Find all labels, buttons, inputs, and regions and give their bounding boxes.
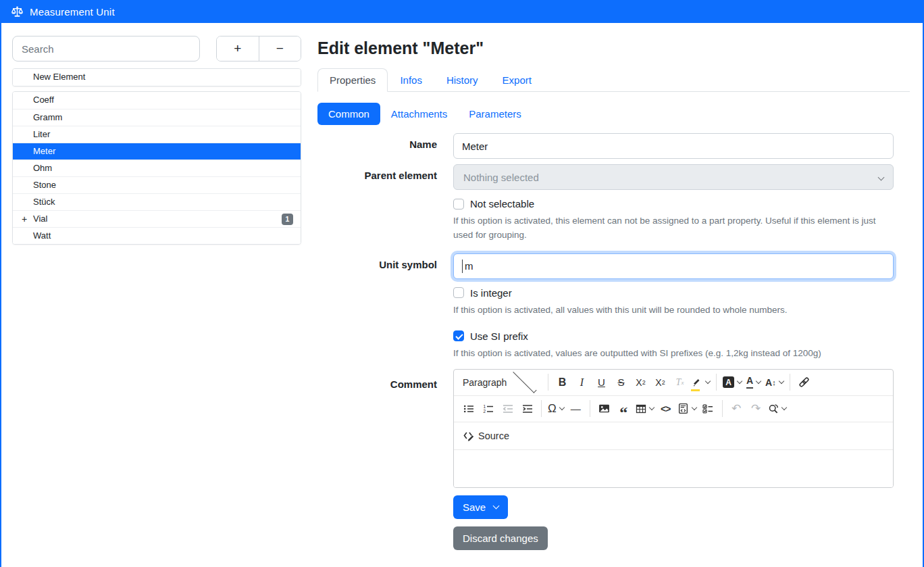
comment-row: Comment Paragraph B I U [317, 369, 910, 550]
new-element-card: New Element [12, 68, 301, 87]
name-row: Name [317, 133, 910, 159]
svg-text:1: 1 [483, 403, 486, 408]
not-selectable-checkbox[interactable] [453, 199, 464, 209]
save-button-label: Save [463, 501, 486, 513]
parent-element-label: Parent element [317, 164, 453, 243]
chevron-down-icon [513, 370, 537, 393]
tab-history[interactable]: History [434, 68, 490, 92]
font-background-color-icon[interactable]: A [721, 372, 744, 392]
insert-image-icon[interactable] [594, 399, 614, 418]
parent-row: Parent element Nothing selected Not sele… [317, 164, 910, 243]
save-button[interactable]: Save [453, 495, 508, 519]
sidebar-item-stueck[interactable]: Stück [13, 193, 301, 210]
not-selectable-label[interactable]: Not selectable [470, 198, 534, 209]
comment-label: Comment [317, 369, 453, 550]
balance-scale-icon [11, 6, 24, 18]
strikethrough-icon[interactable]: S [611, 372, 631, 392]
si-prefix-help: If this option is activated, values are … [453, 347, 894, 361]
search-input[interactable] [12, 36, 200, 61]
special-characters-icon[interactable]: Ω [546, 399, 566, 418]
sidebar-item-liter[interactable]: Liter [13, 126, 301, 143]
block-quote-icon[interactable]: “ [614, 402, 634, 422]
editor-toolbar-row-1: Paragraph B I U S X2 X2 Tx [454, 370, 893, 396]
subtab-common[interactable]: Common [317, 103, 380, 125]
find-replace-icon[interactable] [766, 399, 788, 418]
source-edit-icon [463, 430, 475, 442]
window-border-left [0, 0, 1, 567]
font-size-icon[interactable]: A↕ [763, 372, 786, 392]
highlight-color-bar [691, 389, 700, 391]
tab-infos[interactable]: Infos [388, 68, 434, 92]
not-selectable-help: If this option is activated, this elemen… [453, 214, 894, 243]
inline-code-icon[interactable]: <> [656, 399, 675, 418]
expand-node-icon[interactable]: + [22, 211, 27, 227]
collapse-all-button[interactable]: − [259, 36, 301, 61]
source-button[interactable]: Source [459, 425, 513, 446]
subtab-attachments[interactable]: Attachments [380, 103, 458, 125]
element-tree: Coeff Gramm Liter Meter Ohm Stone Stück … [12, 91, 301, 245]
font-color-icon[interactable]: A [744, 372, 763, 392]
tree-expand-collapse-group: + − [216, 36, 301, 61]
highlight-icon[interactable] [690, 372, 712, 392]
underline-icon[interactable]: U [592, 372, 611, 392]
chevron-down-icon [878, 174, 885, 180]
sidebar-item-vial[interactable]: +Vial 1 [13, 210, 301, 227]
insert-table-icon[interactable] [634, 399, 656, 418]
subtab-parameters[interactable]: Parameters [458, 103, 532, 125]
todo-list-icon[interactable] [698, 399, 718, 418]
sidebar-item-coeff[interactable]: Coeff [13, 92, 301, 109]
page-body: + − New Element Coeff Gramm Liter Meter … [0, 23, 924, 550]
indent-icon[interactable] [517, 399, 537, 418]
code-block-icon[interactable] [675, 399, 698, 418]
is-integer-label[interactable]: Is integer [470, 287, 512, 299]
numbered-list-icon[interactable]: 12 [478, 399, 498, 418]
outdent-icon [498, 399, 517, 418]
si-prefix-label[interactable]: Use SI prefix [470, 330, 528, 342]
parent-element-select[interactable]: Nothing selected [453, 164, 894, 190]
sidebar-item-stone[interactable]: Stone [13, 176, 301, 193]
sidebar-item-ohm[interactable]: Ohm [13, 159, 301, 176]
expand-all-button[interactable]: + [217, 36, 259, 61]
subscript-icon[interactable]: X2 [631, 372, 650, 392]
si-prefix-checkbox[interactable] [453, 330, 464, 341]
tab-bar: Properties Infos History Export [317, 68, 910, 92]
sidebar-toolbar: + − [12, 36, 301, 61]
editor-toolbar-row-2: 12 Ω — [454, 396, 893, 422]
bold-icon[interactable]: B [553, 372, 572, 392]
link-icon[interactable] [794, 372, 814, 392]
toolbar-separator [590, 400, 590, 417]
sidebar-item-meter[interactable]: Meter [13, 143, 301, 159]
discard-changes-button[interactable]: Discard changes [453, 526, 548, 550]
toolbar-separator [790, 374, 790, 391]
sidebar-item-new-element[interactable]: New Element [13, 69, 301, 86]
main-content: Edit element "Meter" Properties Infos Hi… [317, 36, 910, 550]
is-integer-help: If this option is activated, all values … [453, 303, 894, 318]
sidebar-item-label: Vial [33, 214, 47, 224]
app-title: Measurement Unit [30, 6, 115, 18]
rich-text-editor: Paragraph B I U S X2 X2 Tx [453, 369, 894, 488]
italic-icon[interactable]: I [572, 372, 592, 392]
tab-export[interactable]: Export [490, 68, 544, 92]
si-prefix-check-row: Use SI prefix [453, 330, 894, 342]
tab-properties[interactable]: Properties [317, 68, 388, 92]
undo-icon: ↶ [727, 399, 746, 418]
paragraph-style-value: Paragraph [463, 377, 507, 388]
is-integer-checkbox[interactable] [453, 287, 464, 298]
sidebar: + − New Element Coeff Gramm Liter Meter … [12, 36, 301, 550]
superscript-icon[interactable]: X2 [650, 372, 670, 392]
bulleted-list-icon[interactable] [459, 399, 478, 418]
remove-format-icon: Tx [670, 372, 690, 392]
source-button-label: Source [478, 430, 509, 441]
editor-toolbar-row-3: Source [454, 422, 893, 450]
horizontal-line-icon[interactable]: — [566, 399, 586, 418]
name-input[interactable] [453, 133, 894, 159]
sidebar-item-gramm[interactable]: Gramm [13, 109, 301, 126]
sidebar-item-watt[interactable]: Watt [13, 227, 301, 244]
svg-text:2: 2 [483, 409, 486, 414]
save-dropdown-caret-icon[interactable] [493, 503, 500, 510]
not-selectable-check-row: Not selectable [453, 198, 894, 209]
editor-content-area[interactable] [454, 450, 893, 487]
chevron-down-icon [705, 378, 711, 384]
unit-symbol-input[interactable] [453, 253, 894, 279]
paragraph-style-dropdown[interactable]: Paragraph [459, 372, 544, 392]
